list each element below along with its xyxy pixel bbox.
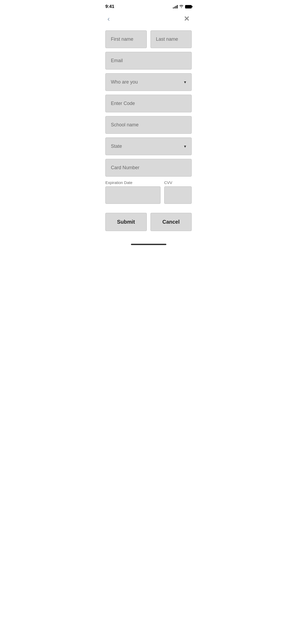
email-field[interactable]: Email [105,52,192,70]
signal-icon [173,5,178,8]
cvv-section: CVV [164,180,192,204]
cvv-field[interactable] [164,186,192,204]
expiry-cvv-row: Expiration Date CVV [105,180,192,204]
first-name-field[interactable]: First name [105,30,147,48]
name-row: First name Last name [105,30,192,48]
card-number-field[interactable]: Card Number [105,159,192,177]
wifi-icon [179,4,183,9]
form-container: First name Last name Email Who are you ▾… [99,28,198,240]
submit-button[interactable]: Submit [105,213,147,231]
who-are-you-dropdown[interactable]: Who are you ▾ [105,73,192,91]
chevron-down-icon: ▾ [184,80,186,85]
expiry-section: Expiration Date [105,180,161,204]
back-button[interactable]: ‹ [105,14,112,24]
nav-bar: ‹ ✕ [99,12,198,28]
status-icons [173,4,192,9]
enter-code-field[interactable]: Enter Code [105,95,192,112]
home-bar [131,244,166,245]
cvv-label: CVV [164,180,192,185]
expiration-date-label: Expiration Date [105,180,161,185]
expiration-date-field[interactable] [105,186,161,204]
battery-icon [185,5,192,8]
status-bar: 9:41 [99,0,198,12]
who-are-you-label: Who are you [111,79,138,85]
state-dropdown[interactable]: State ▾ [105,137,192,155]
state-label: State [111,144,122,149]
last-name-field[interactable]: Last name [150,30,192,48]
close-button[interactable]: ✕ [182,14,192,24]
school-name-field[interactable]: School name [105,116,192,134]
chevron-down-icon: ▾ [184,144,186,149]
cancel-button[interactable]: Cancel [150,213,192,231]
button-row: Submit Cancel [105,213,192,231]
home-indicator [99,240,198,247]
status-time: 9:41 [105,4,114,9]
